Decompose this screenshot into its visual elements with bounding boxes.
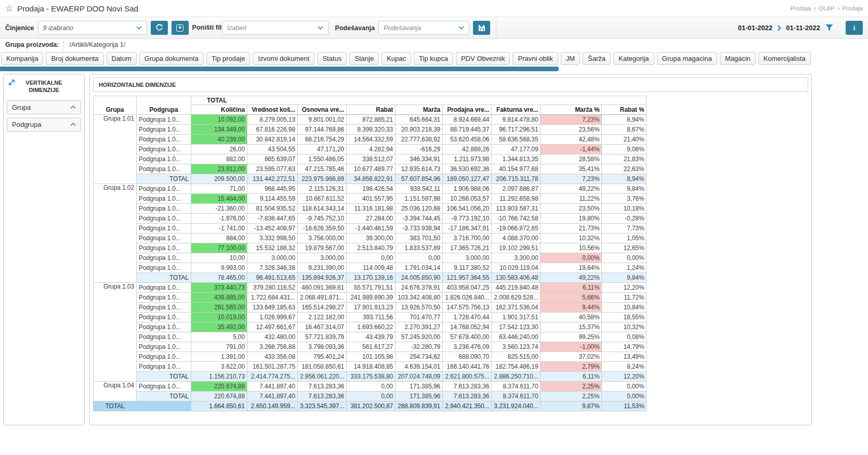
column-header-koli-ina[interactable]: Količina (191, 105, 247, 115)
pivot-cell: 561.617,27 (347, 342, 396, 352)
row-header-podgrupa[interactable]: Podgrupa (137, 96, 191, 115)
breadcrumb-item-prodaja[interactable]: Prodaja (791, 5, 811, 11)
pivot-cell: 67.816.226,98 (247, 125, 298, 135)
facts-label: Činjenice (5, 24, 34, 32)
pivot-cell: 8.374.611,70 (492, 392, 541, 401)
facts-select[interactable]: 9 izabrano (38, 21, 147, 35)
pivot-cell: 161.501.287,75 (247, 362, 298, 372)
pivot-cell: 4.282,94 (347, 145, 396, 154)
product-group-label: Grupa proizvoda: (5, 41, 59, 48)
pivot-cell: 8,67% (602, 125, 647, 135)
pivot-cell: 23,56% (541, 125, 602, 135)
horizontal-dimensions-panel: HORIZONTALNE DIMENZIJE GrupaPodgrupaTOTA… (89, 74, 812, 425)
pivot-cell: 12.935.614,73 (396, 164, 443, 174)
dimension-tab-komercijalista[interactable]: Komercijalista (758, 52, 811, 65)
pivot-cell: 2.513.840,79 (347, 243, 396, 253)
pivot-cell: 18,55% (602, 313, 647, 322)
pivot-cell: 433.356,08 (247, 352, 298, 362)
subgroup-label: Podgrupa 1.0... (137, 352, 191, 362)
date-to[interactable]: 01-11-2022 (786, 24, 820, 32)
expand-icon[interactable] (8, 79, 16, 88)
pivot-cell: 47.177,09 (492, 145, 541, 154)
pivot-cell: 241.989.890,39 (347, 293, 396, 303)
settings-combo[interactable]: Podešavanja (378, 21, 469, 35)
pivot-cell: 1.833.537,89 (396, 243, 443, 253)
column-header-fakturna-vre[interactable]: Fakturna vre... (492, 105, 541, 115)
filter-icon[interactable] (825, 24, 834, 32)
pivot-cell: 106.541.056,20 (443, 204, 492, 214)
dimension-tab-grupa-magacina[interactable]: Grupa magacina (657, 52, 717, 65)
pivot-cell: 9,84% (602, 273, 647, 283)
pivot-cell: 23.912,00 (191, 164, 247, 174)
column-header-mar-a[interactable]: Marža % (541, 105, 602, 115)
dimension-tab-stanje[interactable]: Stanje (349, 52, 379, 65)
column-header-prodajna-vre[interactable]: Prodajna vre... (443, 105, 492, 115)
vertical-dimension-podgrupa[interactable]: Podgrupa (7, 118, 81, 132)
column-header-rabat[interactable]: Rabat % (602, 105, 647, 115)
pivot-cell: 0,00 (396, 253, 443, 263)
pivot-cell: 2.008.629.528... (492, 293, 541, 303)
pivot-cell: 14.768.052,94 (443, 322, 492, 332)
dimension-tab-kompanija[interactable]: Kompanija (1, 52, 43, 65)
reset-filters-button[interactable]: Poništi filtere (192, 24, 218, 32)
dimension-tab-broj-dokumenta[interactable]: Broj dokumenta (46, 52, 103, 65)
dimension-tab-tip-prodaje[interactable]: Tip prodaje (206, 52, 251, 65)
dimension-tab-jm[interactable]: JM (561, 52, 580, 65)
pivot-cell: 34.856.822,91 (347, 174, 396, 184)
dimension-tab-datum[interactable]: Datum (107, 52, 137, 65)
dimension-tab-grupa-dokumenta[interactable]: Grupa dokumenta (139, 52, 204, 65)
favorite-star-icon[interactable]: ☆ (5, 3, 13, 14)
pivot-cell: 71,00 (191, 184, 247, 194)
column-header-rabat[interactable]: Rabat (347, 105, 396, 115)
pivot-cell: 1.344.813,35 (492, 154, 541, 164)
subgroup-label: Podgrupa 1.0... (137, 224, 191, 233)
pivot-cell: 2.621.800.575... (443, 372, 492, 382)
date-from[interactable]: 01-01-2022 (738, 24, 773, 32)
pivot-cell: 9.231.390,00 (298, 263, 347, 273)
group-label: Grupa 1.02 (94, 184, 137, 283)
pivot-cell: 19,64% (541, 263, 602, 273)
dimension-tab-ar-a[interactable]: Šarža (583, 52, 611, 65)
dimension-tab-kategorija[interactable]: Kategorija (613, 52, 654, 65)
add-button[interactable]: + (172, 21, 189, 35)
subtotal-row: TOTAL209.500,00131.442.272,51223.975.966… (94, 174, 647, 184)
column-header-vrednost-ko[interactable]: Vrednost koš... (247, 105, 298, 115)
pivot-cell: 0,00% (541, 253, 602, 263)
pivot-cell: 40.239,00 (191, 135, 247, 145)
pivot-cell: 103.342.408,80 (396, 293, 443, 303)
pivot-cell: 8.279.005,13 (247, 115, 298, 125)
dimension-tab-kupac[interactable]: Kupac (382, 52, 411, 65)
dimension-tab-magacin[interactable]: Magacin (720, 52, 756, 65)
pivot-cell: 220.674,88 (191, 382, 247, 392)
dimension-tab-tip-kupca[interactable]: Tip kupca (414, 52, 453, 65)
pivot-row: Podgrupa 1.0...10.019,001.026.999,672.12… (94, 313, 647, 322)
column-header-mar-a[interactable]: Marža (396, 105, 443, 115)
pivot-cell: 131.442.272,51 (247, 174, 298, 184)
pivot-cell: 10.019,00 (191, 313, 247, 322)
info-button[interactable]: i (846, 21, 863, 35)
row-header-grupa[interactable]: Grupa (94, 96, 137, 115)
subgroup-label: Podgrupa 1.0... (137, 164, 191, 174)
pivot-cell: 9,87% (541, 401, 602, 411)
pivot-cell: 383.701,50 (396, 233, 443, 243)
pivot-cell: 5,66% (541, 293, 602, 303)
pivot-cell: 791,00 (191, 342, 247, 352)
vertical-dimension-label: Podgrupa (12, 121, 41, 128)
dimension-tab-pravni-oblik[interactable]: Pravni oblik (512, 52, 558, 65)
pivot-cell: -1.440.461,59 (347, 224, 396, 233)
dimension-tab-izvorni-dokument[interactable]: Izvorni dokument (253, 52, 314, 65)
pivot-cell: 1,05% (602, 233, 647, 243)
horizontal-scrollbar[interactable] (0, 67, 559, 71)
vertical-dimension-grupa[interactable]: Grupa (7, 100, 81, 114)
breadcrumb-item-prodaja[interactable]: Prodaja (842, 5, 863, 11)
save-settings-button[interactable] (473, 21, 490, 35)
pivot-cell: 10,32% (541, 233, 602, 243)
pivot-cell: 97.144.768,86 (298, 125, 347, 135)
pivot-cell: -616,29 (396, 145, 443, 154)
filter-select[interactable]: Izaberi (222, 21, 328, 35)
refresh-button[interactable] (151, 21, 168, 35)
column-header-osnovna-vre[interactable]: Osnovna vre... (298, 105, 347, 115)
dimension-tab-pdv-obveznik[interactable]: PDV Obveznik (456, 52, 510, 65)
breadcrumb-item-olap[interactable]: OLAP (819, 5, 835, 11)
dimension-tab-status[interactable]: Status (317, 52, 347, 65)
